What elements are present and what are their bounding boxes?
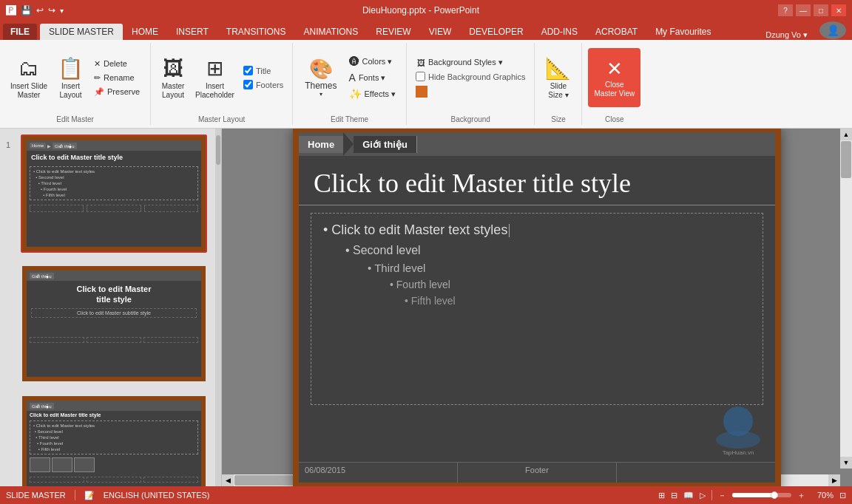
- slide-size-button[interactable]: 📐 SlideSize ▾: [541, 48, 575, 107]
- redo-icon[interactable]: ↪: [48, 5, 55, 16]
- insert-placeholder-button[interactable]: ⊞ InsertPlaceholder: [191, 48, 239, 107]
- slide-panel-scroll-thumb[interactable]: [216, 135, 220, 165]
- size-group-label: Size: [535, 115, 581, 123]
- footer-page-num: [617, 463, 775, 483]
- scroll-thumb-canvas[interactable]: [841, 141, 851, 178]
- close-group-label: Close: [582, 115, 646, 123]
- master-layout-checkboxes: Title Footers: [240, 64, 286, 91]
- minimize-button[interactable]: —: [796, 4, 811, 16]
- close-button[interactable]: ✕: [831, 4, 846, 16]
- tab-home[interactable]: HOME: [123, 24, 167, 40]
- thumb-3-footer: [27, 475, 201, 484]
- themes-label: Themes: [305, 81, 337, 91]
- gioi-thieu-nav-button[interactable]: Giới thiệu: [354, 136, 417, 153]
- hide-background-checkbox[interactable]: [416, 72, 425, 81]
- background-small-buttons: 🖼 Background Styles ▾ Hide Background Gr…: [413, 56, 528, 99]
- scroll-down-button[interactable]: ▼: [840, 457, 852, 469]
- delete-button[interactable]: ✕ Delete: [89, 58, 144, 70]
- slide-content-area[interactable]: • Click to edit Master text styles • Sec…: [311, 213, 763, 405]
- tab-animations[interactable]: ANIMATIONS: [295, 24, 368, 40]
- fit-slide-icon[interactable]: ⊡: [839, 491, 846, 500]
- tab-addins[interactable]: ADD-INS: [532, 24, 586, 40]
- slide-thumb-1-frame[interactable]: Home ▶ Giới thiệu Click to edit Master t…: [21, 134, 207, 253]
- slide-thumb-3[interactable]: Giới thiệu Click to edit Master title st…: [0, 389, 221, 486]
- background-styles-button[interactable]: 🖼 Background Styles ▾: [413, 56, 528, 69]
- thumb-3-bullet-1: • Click to edit Master text styles: [33, 423, 195, 429]
- help-button[interactable]: ?: [778, 4, 793, 16]
- close-buttons: ✕ CloseMaster View: [588, 44, 640, 111]
- view-slideshow-icon[interactable]: ▷: [700, 491, 706, 500]
- thumb-2-title: Click to edit Mastertitle style: [27, 281, 201, 308]
- thumb-1-content: • Click to edit Master text styles • Sec…: [30, 166, 198, 200]
- fonts-icon: A: [349, 72, 356, 84]
- view-slide-sorter-icon[interactable]: ⊟: [671, 491, 677, 500]
- undo-icon[interactable]: ↩: [36, 5, 44, 16]
- maximize-button[interactable]: □: [814, 4, 828, 16]
- delete-icon: ✕: [94, 59, 101, 69]
- canvas-scrollbar-vertical[interactable]: ▲ ▼: [840, 129, 852, 469]
- zoom-slider[interactable]: [732, 493, 791, 497]
- title-checkbox-item[interactable]: Title: [240, 64, 286, 77]
- insert-layout-button[interactable]: 📋 InsertLayout: [53, 48, 88, 107]
- h-scroll-thumb[interactable]: [234, 475, 294, 486]
- close-master-view-icon: ✕: [606, 58, 623, 81]
- tab-file[interactable]: FILE: [3, 24, 37, 40]
- main-area: 1 Home ▶ Giới thiệu Click to edit Master…: [0, 129, 852, 486]
- tab-my-favourites[interactable]: My Favourites: [646, 24, 720, 40]
- colors-button[interactable]: 🅐 Colors ▾: [345, 54, 400, 69]
- close-master-view-button[interactable]: ✕ CloseMaster View: [588, 48, 640, 107]
- tab-developer[interactable]: DEVELOPER: [460, 24, 532, 40]
- zoom-out-icon[interactable]: －: [718, 490, 726, 501]
- scroll-up-button[interactable]: ▲: [840, 129, 852, 140]
- slide-thumb-2[interactable]: Giới thiệu Click to edit Mastertitle sty…: [0, 259, 221, 389]
- zoom-in-icon[interactable]: ＋: [797, 490, 805, 501]
- status-bar-right: ⊞ ⊟ 📖 ▷ － ＋ 70% ⊡: [658, 490, 846, 501]
- thumb-3-gioi-thieu: Giới thiệu: [30, 403, 54, 409]
- edit-master-small-buttons: ✕ Delete ✏ Rename 📌 Preserve: [89, 58, 144, 98]
- scroll-right-button[interactable]: ▶: [828, 474, 840, 486]
- thumb-1-bullet-4: • Fourth level: [33, 186, 195, 192]
- effects-button[interactable]: ✨ Effects ▾: [345, 86, 400, 101]
- status-bar: SLIDE MASTER 📝 ENGLISH (UNITED STATES) ⊞…: [0, 486, 852, 504]
- footers-checkbox[interactable]: [243, 80, 253, 89]
- tab-acrobat[interactable]: ACROBAT: [586, 24, 646, 40]
- master-layout-button[interactable]: 🖼 MasterLayout: [157, 48, 189, 107]
- background-color-swatch: [416, 86, 427, 98]
- tab-review[interactable]: REVIEW: [367, 24, 419, 40]
- background-buttons: 🖼 Background Styles ▾ Hide Background Gr…: [413, 44, 528, 111]
- footers-checkbox-item[interactable]: Footers: [240, 78, 286, 91]
- scroll-track: [840, 140, 852, 457]
- slide-panel[interactable]: 1 Home ▶ Giới thiệu Click to edit Master…: [0, 129, 222, 486]
- zoom-slider-thumb[interactable]: [771, 491, 778, 499]
- home-nav-button[interactable]: Home: [299, 136, 344, 153]
- themes-button[interactable]: 🎨 Themes ▾: [299, 48, 342, 107]
- ribbon-group-master-layout: 🖼 MasterLayout ⊞ InsertPlaceholder Title…: [151, 43, 293, 125]
- scroll-left-button[interactable]: ◀: [222, 474, 234, 486]
- fonts-button[interactable]: A Fonts ▾: [345, 70, 400, 85]
- rename-button[interactable]: ✏ Rename: [89, 72, 144, 84]
- preserve-button[interactable]: 📌 Preserve: [89, 86, 144, 98]
- hide-background-checkbox-item[interactable]: Hide Background Graphics: [413, 70, 528, 83]
- bullet-level-1: • Click to edit Master text styles: [323, 222, 751, 238]
- notes-icon[interactable]: 📝: [84, 491, 95, 500]
- save-icon[interactable]: 💾: [21, 5, 32, 16]
- user-name[interactable]: Dzung Vo ▾: [760, 30, 814, 40]
- tab-slide-master[interactable]: SLIDE MASTER: [40, 24, 123, 40]
- slide-panel-scrollbar[interactable]: [215, 129, 221, 486]
- slide-thumb-2-frame[interactable]: Giới thiệu Click to edit Mastertitle sty…: [21, 265, 207, 383]
- view-normal-icon[interactable]: ⊞: [658, 491, 665, 500]
- slide-thumb-3-inner: Giới thiệu Click to edit Master title st…: [22, 396, 206, 486]
- title-checkbox[interactable]: [243, 66, 253, 75]
- thumb-3-nav: Giới thiệu: [27, 401, 201, 411]
- tab-transitions[interactable]: TRANSITIONS: [217, 24, 295, 40]
- tab-insert[interactable]: INSERT: [167, 24, 217, 40]
- view-reading-icon[interactable]: 📖: [683, 491, 694, 500]
- slide-thumb-3-frame[interactable]: Giới thiệu Click to edit Master title st…: [21, 395, 207, 486]
- slide-title-area[interactable]: Click to edit Master title style: [299, 156, 775, 205]
- insert-slide-master-button[interactable]: 🗂 Insert SlideMaster: [6, 48, 52, 107]
- zoom-level[interactable]: 70%: [811, 491, 834, 500]
- main-slide-canvas[interactable]: Home Giới thiệu Click to edit Master tit…: [293, 129, 781, 486]
- slide-thumb-1[interactable]: 1 Home ▶ Giới thiệu Click to edit Master…: [0, 129, 221, 259]
- tab-view[interactable]: VIEW: [420, 24, 461, 40]
- thumb-3-title: Click to edit Master title style: [27, 411, 201, 419]
